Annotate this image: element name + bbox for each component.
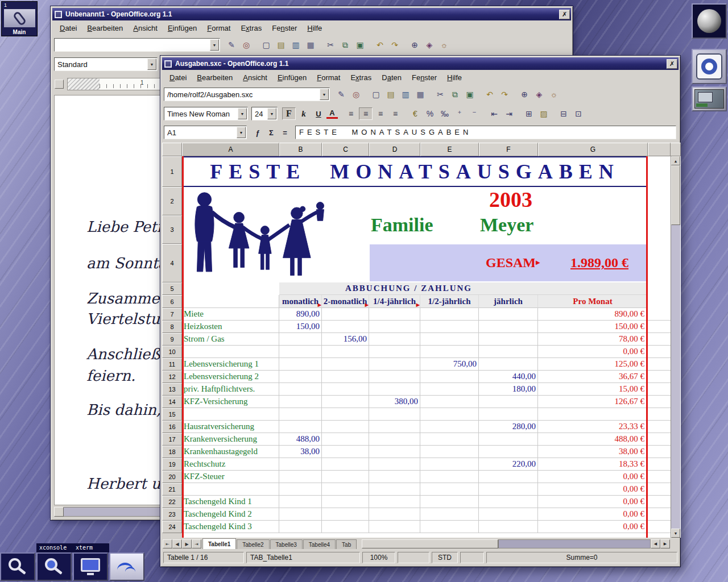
font-name-combo[interactable]: Times New Roman ▼	[164, 107, 248, 120]
cell-c[interactable]	[322, 396, 369, 408]
italic-icon[interactable]: k	[297, 107, 311, 120]
add-decimal-icon[interactable]: ⁺	[453, 107, 466, 120]
cell-f[interactable]	[479, 471, 538, 483]
sheet-tab-tabelle2[interactable]: Tabelle2	[237, 539, 269, 549]
writer-titlebar[interactable]: Unbenannt1 - OpenOffice.org 1.1 ✗	[52, 8, 571, 20]
column-header-b[interactable]: B	[279, 143, 322, 156]
cell-g[interactable]: 0,00 €	[538, 521, 648, 533]
cell-e[interactable]	[420, 508, 479, 521]
cell-b[interactable]	[279, 383, 322, 396]
formula-input[interactable]: FESTE MONATSAUSGABEN	[295, 126, 676, 139]
cell-d[interactable]	[369, 471, 420, 483]
cell-g[interactable]: 23,33 €	[538, 421, 648, 433]
cell-e[interactable]	[420, 371, 479, 383]
standard-format-icon[interactable]: ‰	[438, 107, 452, 120]
cell-d[interactable]	[369, 433, 420, 446]
remove-decimal-icon[interactable]: ⁻	[468, 107, 481, 120]
status-page-style[interactable]: TAB_Tabelle1	[246, 552, 360, 563]
cut-icon[interactable]: ✂	[324, 39, 337, 51]
row-header-12[interactable]: 12	[162, 371, 182, 383]
cell-f[interactable]	[479, 321, 538, 333]
print-icon[interactable]: ▦	[413, 88, 427, 101]
undo-icon[interactable]: ↶	[483, 88, 497, 101]
cell-label[interactable]: KFZ-Versicherung	[182, 396, 279, 408]
menu-bearbeiten[interactable]: Bearbeiten	[192, 72, 238, 84]
cell-c[interactable]	[322, 421, 369, 433]
sum-icon[interactable]: Σ	[265, 127, 278, 138]
percent-format-icon[interactable]: %	[423, 107, 437, 120]
cell-label[interactable]: Krankenhaustagegeld	[182, 446, 279, 458]
cell-f[interactable]	[479, 446, 538, 458]
cell-g[interactable]: 150,00 €	[538, 321, 648, 333]
cell-e[interactable]	[420, 433, 479, 446]
chevron-down-icon[interactable]: ▼	[147, 59, 156, 70]
cell-label[interactable]: Rechtschutz	[182, 458, 279, 471]
cell-e[interactable]	[420, 333, 479, 346]
cell-reference-combo[interactable]: A1 ▼	[164, 126, 247, 139]
cell-label[interactable]: Taschengeld Kind 1	[182, 496, 279, 508]
cell-g[interactable]: 78,00 €	[538, 333, 648, 346]
navigator-icon[interactable]: ⊕	[518, 88, 531, 101]
menu-fenster[interactable]: Fenster	[267, 22, 302, 34]
cell-f[interactable]	[479, 496, 538, 508]
taskbar-icon-xconsole[interactable]	[36, 552, 72, 581]
desktop-pager[interactable]: 1 Main	[1, 1, 38, 36]
cell-label[interactable]: Taschengeld Kind 2	[182, 508, 279, 521]
cell-e[interactable]	[420, 396, 479, 408]
horizontal-scrollbar-thumb[interactable]	[362, 539, 498, 548]
cell-e[interactable]	[420, 446, 479, 458]
cell-d[interactable]	[369, 308, 420, 321]
cell-e[interactable]	[420, 421, 479, 433]
stop-loading-icon[interactable]: ◎	[349, 88, 363, 101]
cell-e[interactable]	[420, 383, 479, 396]
cell-f[interactable]	[479, 508, 538, 521]
cell-c[interactable]	[322, 358, 369, 371]
cell-f[interactable]	[479, 433, 538, 446]
cell-g[interactable]: 0,00 €	[538, 346, 648, 358]
scroll-button[interactable]	[54, 507, 64, 517]
sheet-tab-tabelle3[interactable]: Tabelle3	[270, 539, 303, 549]
menu-fenster[interactable]: Fenster	[407, 72, 442, 84]
sheet-tab-tabelle4[interactable]: Tabelle4	[303, 539, 336, 549]
new-document-icon[interactable]: ▢	[369, 88, 383, 101]
first-sheet-icon[interactable]: ⇤	[163, 539, 172, 548]
cell-f[interactable]	[479, 396, 538, 408]
row-header-8[interactable]: 8	[162, 321, 182, 333]
cell-d[interactable]	[369, 483, 420, 496]
row-header-7[interactable]: 7	[162, 308, 182, 321]
cell-b[interactable]	[279, 346, 322, 358]
cell-b[interactable]	[279, 358, 322, 371]
cell-c[interactable]	[322, 408, 369, 421]
next-sheet-icon[interactable]: ▶	[182, 539, 192, 548]
stylist-icon[interactable]: ◈	[532, 88, 546, 101]
cell-label[interactable]: Lebensversicherung 1	[182, 358, 279, 371]
dock-icon-sphere[interactable]	[692, 3, 727, 39]
close-icon[interactable]: ✗	[667, 59, 677, 69]
copy-icon[interactable]: ⧉	[448, 88, 462, 101]
row-header-18[interactable]: 18	[162, 446, 182, 458]
cell-f[interactable]: 220,00	[479, 458, 538, 471]
cell-c[interactable]	[322, 383, 369, 396]
copy-icon[interactable]: ⧉	[338, 39, 352, 51]
vertical-scrollbar[interactable]: ▲ ▼	[671, 156, 680, 538]
menu-datei[interactable]: Datei	[164, 72, 192, 84]
cell-c[interactable]	[322, 446, 369, 458]
cell-e[interactable]	[420, 321, 479, 333]
cell-d[interactable]	[369, 458, 420, 471]
sheet-content[interactable]: FESTE MONATSAUSGABEN	[182, 156, 671, 538]
gallery-icon[interactable]: ☼	[547, 88, 561, 101]
navigator-icon[interactable]: ⊕	[408, 39, 421, 51]
cell-b[interactable]: 488,00	[279, 433, 322, 446]
cell-c[interactable]: 156,00	[322, 333, 369, 346]
paste-icon[interactable]: ▣	[463, 88, 477, 101]
cell-d[interactable]	[369, 383, 420, 396]
cell-c[interactable]	[322, 346, 369, 358]
open-document-icon[interactable]: ▤	[274, 39, 288, 51]
borders-icon[interactable]: ⊞	[522, 107, 536, 120]
cell-b[interactable]	[279, 396, 322, 408]
scroll-up-icon[interactable]: ▲	[671, 156, 680, 165]
cell-b[interactable]	[279, 421, 322, 433]
horizontal-scrollbar-track[interactable]	[498, 539, 651, 548]
cell-label[interactable]: Heizkosten	[182, 321, 279, 333]
menu-daten[interactable]: Daten	[377, 72, 407, 84]
